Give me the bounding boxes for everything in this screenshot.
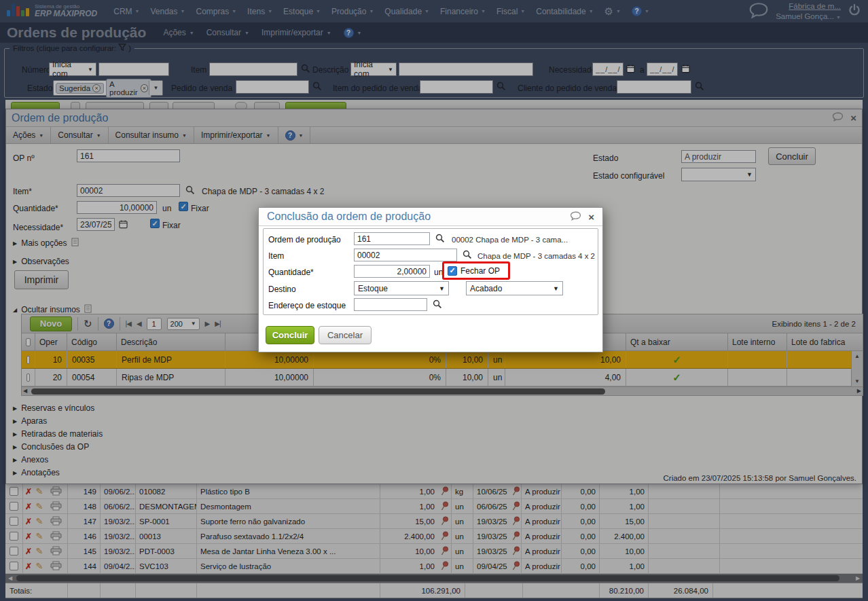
modal-cancelar-button[interactable]: Cancelar xyxy=(319,326,372,344)
conclusao-modal: Conclusão da ordem de produção × Ordem d… xyxy=(258,207,603,352)
modal-destino2-select[interactable]: Acabado▼ xyxy=(466,281,563,295)
chevron-down-icon: ▼ xyxy=(553,285,559,292)
modal-concluir-button[interactable]: Concluir xyxy=(266,326,314,344)
modal-op-description: 00002 Chapa de MDP - 3 cama... xyxy=(452,236,568,244)
selected-option: Estoque xyxy=(358,284,388,293)
modal-quantidade-input[interactable] xyxy=(354,265,430,278)
modal-item-input[interactable] xyxy=(354,249,457,261)
chevron-down-icon: ▼ xyxy=(439,285,445,292)
modal-item-label: Item xyxy=(268,251,284,261)
search-icon[interactable] xyxy=(435,234,445,243)
fechar-op-label: Fechar OP xyxy=(460,266,500,276)
modal-titlebar[interactable]: Conclusão da ordem de produção × xyxy=(259,208,602,226)
modal-destino-select[interactable]: Estoque▼ xyxy=(354,281,449,295)
fechar-op-highlight-box: ✓ Fechar OP xyxy=(442,261,510,280)
modal-title: Conclusão da ordem de produção xyxy=(267,211,431,223)
modal-item-description: Chapa de MDP - 3 camadas 4 x 2 xyxy=(477,252,595,260)
search-icon[interactable] xyxy=(463,250,472,259)
close-icon[interactable]: × xyxy=(588,212,594,222)
search-icon[interactable] xyxy=(433,299,442,309)
chat-bubble-icon[interactable] xyxy=(570,211,581,223)
erp-screen: Sistema de gestão ERP MAXIPROD CRM▼ Vend… xyxy=(0,0,868,601)
modal-endereco-label: Endereço de estoque xyxy=(268,301,346,310)
modal-op-label: Ordem de produção xyxy=(268,235,341,244)
modal-op-input[interactable] xyxy=(354,232,430,245)
selected-option: Acabado xyxy=(470,284,502,293)
modal-quantidade-label: Quantidade* xyxy=(268,268,314,277)
modal-endereco-input[interactable] xyxy=(354,298,427,311)
fechar-op-checkbox[interactable]: ✓ xyxy=(448,266,457,276)
modal-destino-label: Destino xyxy=(268,285,296,294)
